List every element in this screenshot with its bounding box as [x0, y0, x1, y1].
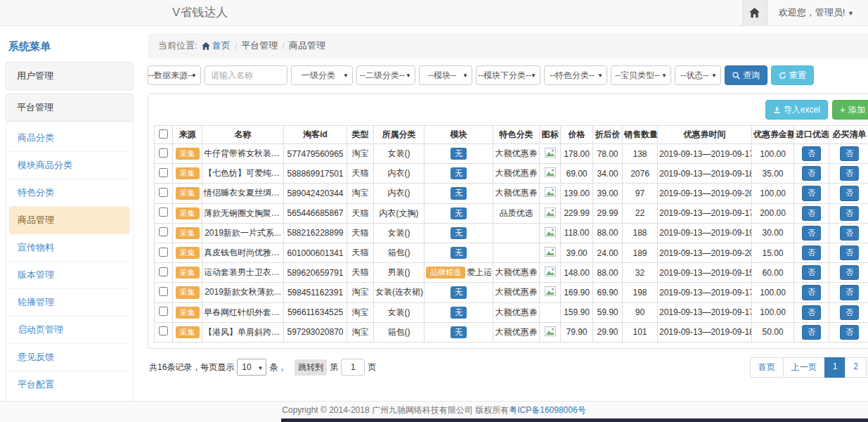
- row-checkbox[interactable]: [159, 326, 168, 335]
- table-row: 采集 牛仔背带裤女秋装减龄... 577479560965 淘宝 女装() 无 …: [155, 144, 868, 164]
- import-select-toggle[interactable]: 否: [802, 325, 821, 340]
- must-buy-toggle[interactable]: 否: [840, 226, 859, 241]
- search-button[interactable]: 查询: [725, 65, 767, 85]
- page-button-2[interactable]: 2: [845, 357, 867, 378]
- must-buy-toggle[interactable]: 否: [840, 146, 859, 161]
- filter-status-select[interactable]: --状态--▼: [675, 65, 721, 85]
- source-badge: 采集: [176, 247, 200, 259]
- import-select-toggle[interactable]: 否: [802, 305, 821, 320]
- row-checkbox[interactable]: [159, 267, 168, 276]
- page-size-select[interactable]: 10▼: [237, 359, 266, 376]
- row-checkbox[interactable]: [159, 148, 168, 158]
- import-select-toggle[interactable]: 否: [802, 186, 821, 200]
- sidebar-subitem[interactable]: 启动页管理: [9, 316, 130, 344]
- must-buy-toggle[interactable]: 否: [840, 166, 859, 181]
- product-name: 2019新款女秋薄款...: [202, 283, 284, 302]
- price: 118.00: [561, 223, 593, 243]
- table-row: 采集 2019新款一片式系... 588216228899 天猫 女装() 无 …: [155, 223, 868, 243]
- discount-price: 78.00: [593, 144, 623, 164]
- module-cell: 无: [425, 243, 493, 262]
- sidebar-subitem[interactable]: 商品分类: [9, 124, 130, 152]
- icp-link[interactable]: 粤ICP备16098006号: [509, 405, 585, 415]
- sidebar-subitem[interactable]: 意见反馈: [9, 344, 130, 371]
- home-button[interactable]: [742, 0, 767, 25]
- pagination-buttons: 首页上一页12下一页末页: [750, 357, 868, 378]
- breadcrumb-item-goods[interactable]: 商品管理: [289, 39, 325, 52]
- row-checkbox[interactable]: [159, 307, 168, 316]
- filter-feature-select[interactable]: --特色分类--▼: [544, 65, 607, 85]
- row-checkbox[interactable]: [159, 168, 168, 177]
- module-cell: 无: [425, 184, 493, 203]
- source-badge: 采集: [176, 286, 200, 298]
- filter-level2-select[interactable]: --二级分类--▼: [356, 65, 415, 85]
- must-buy-toggle[interactable]: 否: [840, 285, 859, 300]
- sidebar-item-platform-management[interactable]: 平台管理: [6, 94, 134, 122]
- sidebar-subitem[interactable]: 商品管理: [9, 207, 130, 234]
- row-checkbox[interactable]: [159, 188, 168, 197]
- filter-module-select[interactable]: --模块--▼: [419, 65, 472, 85]
- page-button-上一页[interactable]: 上一页: [783, 357, 825, 378]
- discount-price: 59.90: [593, 302, 623, 322]
- sidebar-subitem[interactable]: 宣传物料: [9, 234, 130, 262]
- filter-source-select[interactable]: --数据来源--▼: [148, 65, 201, 85]
- import-select-cell: 否: [794, 223, 829, 243]
- reset-button[interactable]: 重置: [771, 65, 814, 85]
- filter-item-type-select[interactable]: --宝贝类型--▼: [611, 65, 671, 85]
- module-cell: 无: [425, 164, 493, 184]
- must-buy-toggle[interactable]: 否: [840, 265, 859, 280]
- select-all-checkbox[interactable]: [159, 129, 168, 139]
- main-content: 当前位置: 首页 / 平台管理 / 商品管理 --数据来源--▼ 一级分类▼ -…: [148, 33, 868, 422]
- must-buy-cell: 否: [829, 322, 868, 342]
- table-body: 采集 牛仔背带裤女秋装减龄... 577479560965 淘宝 女装() 无 …: [155, 144, 868, 343]
- sidebar-subitem[interactable]: 模块商品分类: [9, 152, 130, 179]
- import-select-toggle[interactable]: 否: [802, 245, 821, 260]
- import-excel-button[interactable]: 导入excel: [765, 100, 828, 120]
- must-buy-toggle[interactable]: 否: [840, 325, 859, 340]
- coupon-amount: 50.00: [752, 322, 794, 342]
- source-cell: 采集: [173, 302, 202, 322]
- sidebar-subitem[interactable]: 轮播管理: [9, 289, 130, 316]
- row-checkbox[interactable]: [159, 227, 168, 236]
- source-cell: 采集: [173, 223, 202, 243]
- row-select-cell: [155, 283, 173, 302]
- filter-module-sub-select[interactable]: --模块下分类--▼: [476, 65, 540, 85]
- must-buy-cell: 否: [829, 203, 868, 223]
- import-select-cell: 否: [794, 283, 829, 302]
- breadcrumb-home-link[interactable]: 首页: [202, 39, 231, 52]
- sidebar-subitem[interactable]: 平台配置: [9, 371, 130, 398]
- add-button[interactable]: + 添加: [832, 100, 868, 120]
- page-button-首页[interactable]: 首页: [750, 357, 784, 378]
- import-select-toggle[interactable]: 否: [802, 206, 821, 221]
- module-badge: 无: [451, 187, 467, 199]
- must-buy-toggle[interactable]: 否: [840, 186, 859, 200]
- row-checkbox[interactable]: [159, 207, 168, 217]
- import-select-toggle[interactable]: 否: [802, 146, 821, 161]
- sidebar-subitem[interactable]: 版本管理: [9, 262, 130, 289]
- import-select-toggle[interactable]: 否: [802, 265, 821, 280]
- import-select-toggle[interactable]: 否: [802, 166, 821, 181]
- discount-price: 69.90: [593, 283, 623, 302]
- jump-page-input[interactable]: [341, 359, 365, 376]
- filter-name-input[interactable]: [205, 65, 287, 85]
- filter-level1-select[interactable]: 一级分类▼: [291, 65, 353, 85]
- discount-price: 29.90: [593, 322, 623, 342]
- sidebar-subitem[interactable]: 特色分类: [9, 179, 130, 207]
- breadcrumb-item-platform[interactable]: 平台管理: [241, 39, 278, 52]
- must-buy-cell: 否: [829, 144, 868, 164]
- price: 178.00: [561, 144, 593, 164]
- import-select-toggle[interactable]: 否: [802, 226, 821, 241]
- page-button-1[interactable]: 1: [824, 357, 846, 378]
- sales-count: 189: [623, 243, 658, 262]
- coupon-time: 2019-09-13—2019-09-20: [658, 243, 752, 262]
- row-checkbox[interactable]: [159, 248, 168, 257]
- sidebar-item-user-management[interactable]: 用户管理: [6, 62, 134, 90]
- must-buy-toggle[interactable]: 否: [840, 305, 859, 320]
- row-checkbox[interactable]: [159, 287, 168, 296]
- user-menu[interactable]: 欢迎您，管理员! ▼: [779, 6, 854, 19]
- must-buy-toggle[interactable]: 否: [840, 245, 859, 260]
- must-buy-toggle[interactable]: 否: [840, 206, 859, 221]
- icon-cell: [540, 263, 561, 283]
- import-select-toggle[interactable]: 否: [802, 285, 821, 300]
- product-type: 淘宝: [347, 184, 374, 203]
- bottom-dark-strip: [281, 418, 868, 422]
